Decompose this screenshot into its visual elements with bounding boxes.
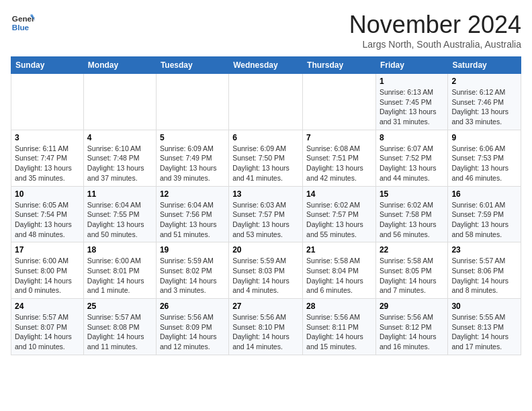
day-info: Sunrise: 5:57 AM Sunset: 8:07 PM Dayligh… <box>15 312 80 352</box>
day-number: 3 <box>15 133 80 142</box>
day-cell: 10Sunrise: 6:05 AM Sunset: 7:54 PM Dayli… <box>11 186 84 242</box>
day-cell: 24Sunrise: 5:57 AM Sunset: 8:07 PM Dayli… <box>11 299 84 355</box>
day-info: Sunrise: 6:08 AM Sunset: 7:51 PM Dayligh… <box>306 144 372 183</box>
day-info: Sunrise: 6:00 AM Sunset: 8:01 PM Dayligh… <box>87 256 152 295</box>
logo: General Blue <box>11 11 35 35</box>
day-number: 12 <box>160 189 225 199</box>
day-number: 10 <box>15 189 80 199</box>
day-number: 27 <box>232 302 299 311</box>
calendar-header-row: SundayMondayTuesdayWednesdayThursdayFrid… <box>11 57 521 74</box>
calendar-table: SundayMondayTuesdayWednesdayThursdayFrid… <box>11 56 521 355</box>
day-cell: 8Sunrise: 6:07 AM Sunset: 7:52 PM Daylig… <box>375 130 447 186</box>
day-info: Sunrise: 6:11 AM Sunset: 7:47 PM Dayligh… <box>15 144 80 183</box>
day-info: Sunrise: 5:57 AM Sunset: 8:08 PM Dayligh… <box>87 312 152 352</box>
day-cell: 13Sunrise: 6:03 AM Sunset: 7:57 PM Dayli… <box>229 186 303 242</box>
day-number: 7 <box>306 133 372 142</box>
day-info: Sunrise: 6:12 AM Sunset: 7:46 PM Dayligh… <box>451 87 517 127</box>
day-info: Sunrise: 6:07 AM Sunset: 7:52 PM Dayligh… <box>380 144 444 183</box>
day-info: Sunrise: 6:10 AM Sunset: 7:48 PM Dayligh… <box>87 144 152 183</box>
col-header-saturday: Saturday <box>448 57 521 74</box>
day-number: 19 <box>160 245 225 255</box>
day-number: 18 <box>87 245 152 255</box>
day-number: 4 <box>87 133 152 142</box>
col-header-tuesday: Tuesday <box>156 57 228 74</box>
day-number: 21 <box>306 245 372 255</box>
title-block: November 2024 Largs North, South Austral… <box>349 11 521 50</box>
day-number: 24 <box>15 302 80 311</box>
day-number: 9 <box>451 133 517 142</box>
day-cell: 6Sunrise: 6:09 AM Sunset: 7:50 PM Daylig… <box>229 130 303 186</box>
day-number: 6 <box>232 133 299 142</box>
day-number: 29 <box>380 302 444 311</box>
logo-icon: General Blue <box>11 11 35 35</box>
day-number: 26 <box>160 302 225 311</box>
day-cell: 5Sunrise: 6:09 AM Sunset: 7:49 PM Daylig… <box>156 130 228 186</box>
day-cell: 21Sunrise: 5:58 AM Sunset: 8:04 PM Dayli… <box>303 242 376 299</box>
day-info: Sunrise: 6:09 AM Sunset: 7:50 PM Dayligh… <box>232 144 299 183</box>
day-cell: 18Sunrise: 6:00 AM Sunset: 8:01 PM Dayli… <box>83 242 156 299</box>
day-cell <box>11 74 84 130</box>
day-cell: 22Sunrise: 5:58 AM Sunset: 8:05 PM Dayli… <box>375 242 447 299</box>
day-cell: 14Sunrise: 6:02 AM Sunset: 7:57 PM Dayli… <box>303 186 376 242</box>
day-info: Sunrise: 6:03 AM Sunset: 7:57 PM Dayligh… <box>232 200 299 240</box>
day-info: Sunrise: 5:58 AM Sunset: 8:04 PM Dayligh… <box>306 256 372 295</box>
week-row-1: 1Sunrise: 6:13 AM Sunset: 7:45 PM Daylig… <box>11 74 521 130</box>
day-number: 22 <box>380 245 444 255</box>
day-info: Sunrise: 6:04 AM Sunset: 7:56 PM Dayligh… <box>160 200 225 240</box>
day-number: 11 <box>87 189 152 199</box>
day-number: 14 <box>306 189 372 199</box>
day-number: 28 <box>306 302 372 311</box>
day-cell: 7Sunrise: 6:08 AM Sunset: 7:51 PM Daylig… <box>303 130 376 186</box>
day-number: 13 <box>232 189 299 199</box>
day-cell: 19Sunrise: 5:59 AM Sunset: 8:02 PM Dayli… <box>156 242 228 299</box>
day-cell: 4Sunrise: 6:10 AM Sunset: 7:48 PM Daylig… <box>83 130 156 186</box>
day-number: 16 <box>451 189 517 199</box>
day-number: 15 <box>380 189 444 199</box>
day-cell: 11Sunrise: 6:04 AM Sunset: 7:55 PM Dayli… <box>83 186 156 242</box>
day-cell: 25Sunrise: 5:57 AM Sunset: 8:08 PM Dayli… <box>83 299 156 355</box>
day-cell: 9Sunrise: 6:06 AM Sunset: 7:53 PM Daylig… <box>448 130 521 186</box>
day-cell: 28Sunrise: 5:56 AM Sunset: 8:11 PM Dayli… <box>303 299 376 355</box>
day-cell: 2Sunrise: 6:12 AM Sunset: 7:46 PM Daylig… <box>448 74 521 130</box>
day-cell: 20Sunrise: 5:59 AM Sunset: 8:03 PM Dayli… <box>229 242 303 299</box>
day-info: Sunrise: 6:04 AM Sunset: 7:55 PM Dayligh… <box>87 200 152 240</box>
day-number: 20 <box>232 245 299 255</box>
day-number: 25 <box>87 302 152 311</box>
day-info: Sunrise: 5:56 AM Sunset: 8:10 PM Dayligh… <box>232 312 299 352</box>
day-cell: 16Sunrise: 6:01 AM Sunset: 7:59 PM Dayli… <box>448 186 521 242</box>
day-info: Sunrise: 5:59 AM Sunset: 8:02 PM Dayligh… <box>160 256 225 295</box>
day-cell <box>229 74 303 130</box>
svg-text:Blue: Blue <box>12 23 30 32</box>
day-cell: 23Sunrise: 5:57 AM Sunset: 8:06 PM Dayli… <box>448 242 521 299</box>
day-number: 23 <box>451 245 517 255</box>
day-info: Sunrise: 5:56 AM Sunset: 8:09 PM Dayligh… <box>160 312 225 352</box>
day-info: Sunrise: 5:58 AM Sunset: 8:05 PM Dayligh… <box>380 256 444 295</box>
day-number: 2 <box>451 77 517 86</box>
day-cell: 3Sunrise: 6:11 AM Sunset: 7:47 PM Daylig… <box>11 130 84 186</box>
day-info: Sunrise: 6:05 AM Sunset: 7:54 PM Dayligh… <box>15 200 80 240</box>
day-cell: 30Sunrise: 5:55 AM Sunset: 8:13 PM Dayli… <box>448 299 521 355</box>
day-cell: 29Sunrise: 5:56 AM Sunset: 8:12 PM Dayli… <box>375 299 447 355</box>
day-info: Sunrise: 5:59 AM Sunset: 8:03 PM Dayligh… <box>232 256 299 295</box>
day-info: Sunrise: 6:01 AM Sunset: 7:59 PM Dayligh… <box>451 200 517 240</box>
location: Largs North, South Australia, Australia <box>349 39 521 50</box>
day-info: Sunrise: 6:09 AM Sunset: 7:49 PM Dayligh… <box>160 144 225 183</box>
day-cell: 1Sunrise: 6:13 AM Sunset: 7:45 PM Daylig… <box>375 74 447 130</box>
day-cell <box>83 74 156 130</box>
day-cell: 17Sunrise: 6:00 AM Sunset: 8:00 PM Dayli… <box>11 242 84 299</box>
col-header-sunday: Sunday <box>11 57 84 74</box>
day-cell: 26Sunrise: 5:56 AM Sunset: 8:09 PM Dayli… <box>156 299 228 355</box>
day-info: Sunrise: 5:57 AM Sunset: 8:06 PM Dayligh… <box>451 256 517 295</box>
day-number: 5 <box>160 133 225 142</box>
day-cell: 12Sunrise: 6:04 AM Sunset: 7:56 PM Dayli… <box>156 186 228 242</box>
day-number: 8 <box>380 133 444 142</box>
week-row-3: 10Sunrise: 6:05 AM Sunset: 7:54 PM Dayli… <box>11 186 521 242</box>
day-cell: 15Sunrise: 6:02 AM Sunset: 7:58 PM Dayli… <box>375 186 447 242</box>
week-row-5: 24Sunrise: 5:57 AM Sunset: 8:07 PM Dayli… <box>11 299 521 355</box>
day-info: Sunrise: 6:02 AM Sunset: 7:58 PM Dayligh… <box>380 200 444 240</box>
day-info: Sunrise: 6:02 AM Sunset: 7:57 PM Dayligh… <box>306 200 372 240</box>
day-info: Sunrise: 6:13 AM Sunset: 7:45 PM Dayligh… <box>380 87 444 127</box>
day-number: 17 <box>15 245 80 255</box>
day-info: Sunrise: 5:56 AM Sunset: 8:12 PM Dayligh… <box>380 312 444 352</box>
week-row-4: 17Sunrise: 6:00 AM Sunset: 8:00 PM Dayli… <box>11 242 521 299</box>
